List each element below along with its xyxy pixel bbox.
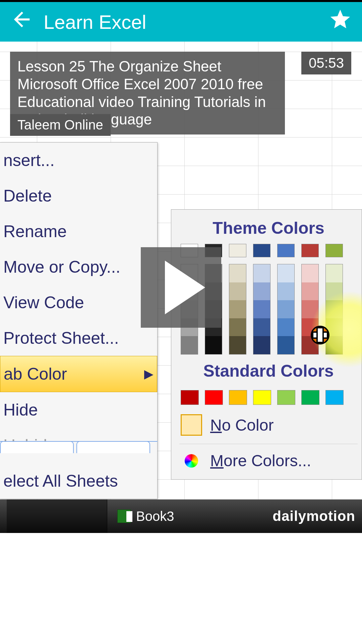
no-color-label: No Color: [210, 416, 274, 434]
color-swatch: [205, 390, 223, 405]
taskbar-start-area: [7, 499, 107, 533]
color-swatch: [229, 282, 246, 301]
color-swatch: [205, 336, 222, 355]
more-colors-option: More Colors...: [179, 444, 358, 473]
color-swatch: [277, 282, 295, 301]
context-menu-item: elect All Sheets: [0, 463, 157, 499]
video-channel-badge: Taleem Online: [10, 114, 111, 136]
color-swatch: [277, 300, 295, 318]
color-swatch: [253, 300, 270, 318]
color-swatch: [229, 244, 246, 257]
sheet-tab: [0, 441, 74, 453]
color-swatch: [325, 300, 343, 318]
context-menu-item: Hide: [0, 392, 157, 428]
sheet-tabs-sliver: [0, 441, 158, 453]
context-menu-item: View Code: [0, 285, 157, 320]
shade-column: [325, 264, 343, 355]
color-swatch: [253, 264, 270, 282]
context-menu-item: nsert...: [0, 143, 157, 178]
color-wheel-icon: [185, 454, 198, 468]
video-thumbnail[interactable]: nsert...DeleteRenameMove or Copy...View …: [0, 42, 362, 533]
no-color-chip-icon: [181, 414, 202, 436]
standard-colors-heading: Standard Colors: [179, 355, 358, 387]
color-swatch: [325, 264, 343, 282]
titlebar: Learn Excel: [0, 2, 362, 42]
color-swatch: [253, 282, 270, 301]
context-menu-item: ab Color▶: [0, 356, 157, 392]
context-menu-item: Rename: [0, 214, 157, 249]
color-swatch: [181, 390, 199, 405]
color-swatch: [229, 318, 246, 336]
color-swatch: [325, 282, 343, 301]
video-duration-badge: 05:53: [301, 52, 351, 74]
color-swatch: [229, 300, 246, 318]
color-swatch: [229, 336, 246, 355]
shade-column: [277, 264, 295, 355]
theme-colors-heading: Theme Colors: [179, 216, 358, 244]
color-swatch: [277, 264, 295, 282]
cursor-plus-icon: [311, 326, 329, 344]
play-icon: [165, 261, 205, 314]
dailymotion-watermark: dailymotion: [273, 508, 355, 524]
context-menu-item: Protect Sheet...: [0, 320, 157, 356]
play-button[interactable]: [141, 247, 221, 328]
excel-app-icon: [117, 509, 131, 523]
color-swatch: [325, 390, 344, 405]
no-color-option: No Color: [179, 407, 358, 439]
color-swatch: [301, 264, 319, 282]
color-swatch: [277, 390, 295, 405]
color-swatch: [301, 282, 319, 301]
color-swatch: [181, 336, 198, 355]
color-swatch: [301, 300, 319, 318]
content-area-below: [0, 533, 362, 644]
more-colors-label: More Colors...: [210, 451, 311, 470]
color-swatch: [253, 318, 270, 336]
color-swatch: [301, 244, 319, 257]
color-swatch: [301, 390, 319, 405]
standard-color-row: [179, 390, 358, 405]
context-menu-item: Delete: [0, 178, 157, 214]
color-swatch: [325, 244, 343, 257]
back-button[interactable]: [10, 8, 34, 36]
color-swatch: [229, 390, 247, 405]
context-menu-item: Move or Copy...: [0, 249, 157, 285]
color-swatch: [253, 336, 270, 355]
color-swatch: [253, 244, 270, 257]
shade-column: [229, 264, 246, 355]
color-swatch: [277, 244, 295, 257]
color-swatch: [253, 390, 271, 405]
taskbar-document-name: Book3: [136, 509, 273, 524]
page-title: Learn Excel: [44, 11, 328, 33]
favorite-button[interactable]: [328, 8, 352, 36]
color-swatch: [277, 336, 295, 355]
sheet-tab: [76, 441, 150, 453]
color-swatch: [229, 264, 246, 282]
windows-taskbar: Book3 dailymotion: [0, 499, 362, 533]
color-swatch: [277, 318, 295, 336]
shade-column: [253, 264, 270, 355]
